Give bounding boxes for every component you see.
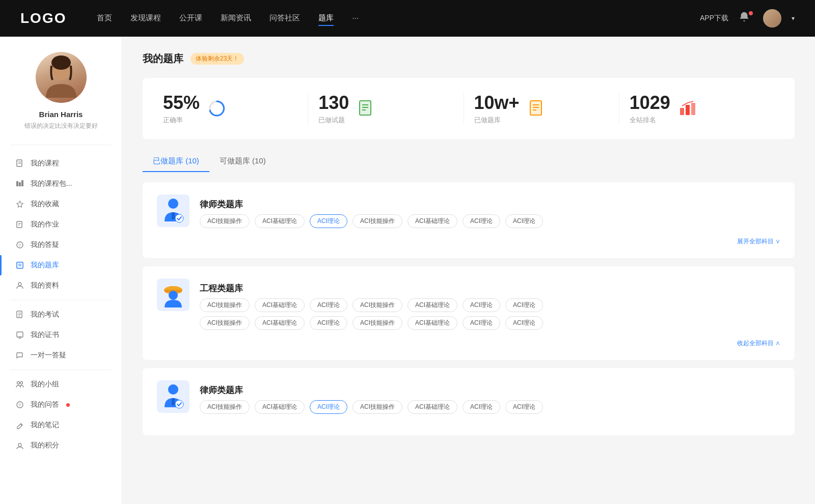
stat-correct-rate-values: 55% 正确率 bbox=[163, 92, 200, 125]
sidebar-item-my-question[interactable]: ? 我的问答 bbox=[0, 395, 122, 415]
tag-2-1[interactable]: ACI基础理论 bbox=[255, 400, 305, 414]
sidebar: Brian Harris 错误的决定比没有决定要好 我的课程 我的课程包... bbox=[0, 37, 122, 504]
svg-rect-7 bbox=[21, 180, 23, 186]
nav-opencourse[interactable]: 公开课 bbox=[179, 11, 202, 26]
tag-1-2[interactable]: ACI理论 bbox=[310, 298, 347, 312]
tag-1-r2-2[interactable]: ACI理论 bbox=[310, 316, 347, 330]
sidebar-item-my-notes[interactable]: 我的笔记 bbox=[0, 415, 122, 435]
svg-point-23 bbox=[19, 337, 21, 339]
nav-qa[interactable]: 问答社区 bbox=[269, 11, 300, 26]
nav-news[interactable]: 新闻资讯 bbox=[221, 11, 251, 26]
my-cert-icon bbox=[15, 330, 24, 340]
my-notes-label: 我的笔记 bbox=[31, 421, 59, 430]
tag-1-6[interactable]: ACI理论 bbox=[505, 298, 543, 312]
qbank-content-lawyer-2: 律师类题库 ACI技能操作 ACI基础理论 ACI理论 ACI技能操作 ACI基… bbox=[200, 380, 543, 414]
tag-1-r2-3[interactable]: ACI技能操作 bbox=[352, 316, 402, 330]
tab-done[interactable]: 已做题库 (10) bbox=[143, 151, 209, 172]
chevron-down-icon[interactable]: ▾ bbox=[792, 15, 795, 22]
nav-questionbank[interactable]: 题库 bbox=[318, 11, 334, 26]
svg-rect-41 bbox=[680, 108, 684, 115]
tag-0-3[interactable]: ACI技能操作 bbox=[352, 214, 402, 228]
sidebar-item-my-cert[interactable]: 我的证书 bbox=[0, 325, 122, 345]
tag-1-r2-5[interactable]: ACI理论 bbox=[463, 316, 500, 330]
svg-rect-6 bbox=[19, 182, 21, 186]
main-content: 我的题库 体验剩余23天！ 55% 正确率 1 bbox=[122, 37, 815, 504]
tag-2-4[interactable]: ACI基础理论 bbox=[408, 400, 457, 414]
my-group-icon bbox=[15, 380, 24, 389]
qbank-title-engineer: 工程类题库 bbox=[200, 278, 543, 294]
tag-0-0[interactable]: ACI技能操作 bbox=[200, 214, 250, 228]
tag-2-0[interactable]: ACI技能操作 bbox=[200, 400, 250, 414]
tag-1-r2-1[interactable]: ACI基础理论 bbox=[255, 316, 305, 330]
sidebar-item-favorites[interactable]: 我的收藏 bbox=[0, 194, 122, 214]
qbank-card-lawyer-2: 律师类题库 ACI技能操作 ACI基础理论 ACI理论 ACI技能操作 ACI基… bbox=[143, 368, 795, 435]
tag-1-4[interactable]: ACI基础理论 bbox=[408, 298, 457, 312]
nav-discover[interactable]: 发现课程 bbox=[130, 11, 161, 26]
sidebar-item-my-courses[interactable]: 我的课程 bbox=[0, 153, 122, 174]
sidebar-item-my-profile[interactable]: 我的资料 bbox=[0, 275, 122, 296]
tag-2-2[interactable]: ACI理论 bbox=[310, 400, 347, 414]
qbank-icon-lawyer-2 bbox=[157, 380, 189, 413]
svg-rect-42 bbox=[686, 105, 690, 115]
sidebar-item-course-packages[interactable]: 我的课程包... bbox=[0, 174, 122, 194]
qbank-icon-lawyer-1 bbox=[157, 194, 189, 227]
sidebar-item-my-points[interactable]: 我的积分 bbox=[0, 435, 122, 456]
svg-point-1 bbox=[51, 55, 71, 70]
tag-1-r2-0[interactable]: ACI技能操作 bbox=[200, 316, 250, 330]
tag-1-3[interactable]: ACI技能操作 bbox=[352, 298, 402, 312]
qbank-tags-engineer-row2: ACI技能操作 ACI基础理论 ACI理论 ACI技能操作 ACI基础理论 AC… bbox=[200, 316, 543, 330]
sidebar-divider-2 bbox=[10, 300, 112, 300]
my-points-label: 我的积分 bbox=[31, 441, 59, 450]
notification-bell[interactable] bbox=[739, 11, 753, 25]
svg-point-44 bbox=[168, 199, 178, 209]
user-avatar[interactable] bbox=[763, 9, 781, 27]
notification-dot bbox=[749, 11, 753, 15]
tab-todo[interactable]: 可做题库 (10) bbox=[209, 151, 276, 172]
tag-0-2[interactable]: ACI理论 bbox=[310, 214, 347, 228]
tag-2-5[interactable]: ACI理论 bbox=[463, 400, 500, 414]
stat-banks-done-label: 已做题库 bbox=[474, 116, 520, 125]
sidebar-item-homework[interactable]: 我的作业 bbox=[0, 214, 122, 235]
expand-lawyer-1[interactable]: 展开全部科目 ∨ bbox=[157, 237, 780, 246]
app-download-link[interactable]: APP下载 bbox=[700, 14, 728, 23]
sidebar-item-my-qbank[interactable]: 我的题库 bbox=[0, 255, 122, 275]
tag-1-r2-6[interactable]: ACI理论 bbox=[505, 316, 543, 330]
my-exam-icon bbox=[15, 310, 24, 319]
my-qbank-icon bbox=[15, 261, 24, 270]
sidebar-item-my-qa[interactable]: ? 我的答疑 bbox=[0, 235, 122, 255]
expand-engineer[interactable]: 收起全部科目 ∧ bbox=[157, 339, 780, 348]
tag-1-1[interactable]: ACI基础理论 bbox=[255, 298, 305, 312]
nav-more[interactable]: ··· bbox=[352, 11, 359, 26]
sidebar-item-one-on-one[interactable]: 一对一答疑 bbox=[0, 345, 122, 366]
sidebar-item-my-exam[interactable]: 我的考试 bbox=[0, 304, 122, 325]
logo[interactable]: LOGO bbox=[20, 10, 66, 26]
tag-2-3[interactable]: ACI技能操作 bbox=[352, 400, 402, 414]
tag-0-5[interactable]: ACI理论 bbox=[463, 214, 500, 228]
tag-0-1[interactable]: ACI基础理论 bbox=[255, 214, 305, 228]
my-qbank-label: 我的题库 bbox=[31, 261, 59, 270]
stat-correct-rate-value: 55% bbox=[163, 92, 200, 114]
my-qa-label: 我的答疑 bbox=[31, 240, 59, 249]
tag-2-6[interactable]: ACI理论 bbox=[505, 400, 543, 414]
stat-rank: 1029 全站排名 bbox=[630, 92, 774, 125]
sidebar-avatar bbox=[36, 52, 87, 103]
svg-point-52 bbox=[175, 400, 183, 408]
avatar-image bbox=[763, 9, 781, 27]
tag-0-4[interactable]: ACI基础理论 bbox=[408, 214, 457, 228]
tag-1-r2-4[interactable]: ACI基础理论 bbox=[408, 316, 457, 330]
tag-1-0[interactable]: ACI技能操作 bbox=[200, 298, 250, 312]
bell-icon bbox=[739, 11, 750, 22]
my-group-label: 我的小组 bbox=[31, 380, 59, 389]
page-title: 我的题库 bbox=[143, 52, 183, 66]
tag-1-5[interactable]: ACI理论 bbox=[463, 298, 500, 312]
stats-card: 55% 正确率 130 已做试题 bbox=[143, 78, 795, 139]
svg-rect-9 bbox=[17, 221, 22, 228]
my-points-icon bbox=[15, 441, 24, 450]
nav-home[interactable]: 首页 bbox=[97, 11, 112, 26]
tag-0-6[interactable]: ACI理论 bbox=[505, 214, 543, 228]
svg-point-50 bbox=[168, 384, 178, 395]
qbank-title-lawyer-1: 律师类题库 bbox=[200, 194, 543, 210]
sidebar-item-my-group[interactable]: 我的小组 bbox=[0, 374, 122, 395]
my-notes-icon bbox=[15, 421, 24, 430]
stat-questions-done-values: 130 已做试题 bbox=[318, 92, 349, 125]
